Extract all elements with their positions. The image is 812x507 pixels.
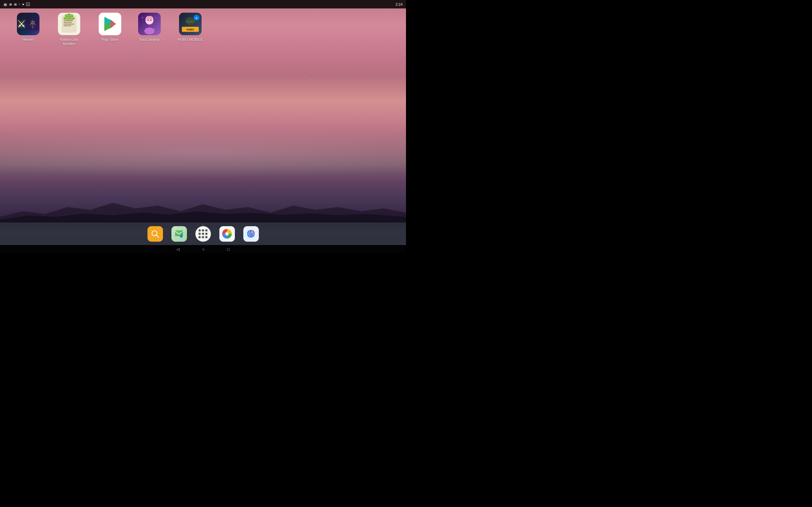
nav-home-button[interactable]: ○ — [202, 247, 204, 251]
svg-point-26 — [151, 19, 151, 20]
nav-back-button[interactable]: ◁ — [176, 247, 180, 251]
native-libs-icon-svg — [58, 13, 80, 35]
app-play-store-label: Play Store — [101, 38, 118, 42]
android-status-icon-2: 🤖 — [9, 3, 12, 6]
soul-destiny-icon-svg: ✦ ✦ ✦ — [138, 13, 161, 35]
status-bar-left: 🤖 🤖 🤖 ✓ ▶ A — [3, 3, 30, 6]
app-pubg-mobile-icon: PUBG M — [179, 13, 202, 35]
app-heroes-icon: STAR WARS EA — [17, 13, 40, 35]
svg-point-55 — [252, 231, 253, 233]
svg-rect-12 — [64, 22, 72, 23]
dock-chrome[interactable] — [219, 226, 235, 242]
app-play-store[interactable]: Play Store — [99, 13, 121, 46]
dot-9 — [205, 236, 207, 238]
app-play-store-icon — [99, 13, 121, 35]
dot-7 — [199, 236, 201, 238]
svg-rect-32 — [186, 20, 195, 23]
dot-4 — [199, 233, 201, 235]
android-status-icon-3: 🤖 — [14, 3, 17, 6]
dot-3 — [205, 229, 207, 231]
dot-2 — [202, 229, 204, 231]
svg-point-48 — [225, 232, 229, 235]
search-icon — [150, 229, 160, 238]
svg-point-42 — [181, 236, 182, 237]
svg-text:PUBG: PUBG — [187, 28, 194, 31]
dock-app-drawer[interactable] — [195, 226, 211, 242]
svg-point-25 — [148, 19, 149, 20]
svg-text:✦: ✦ — [155, 17, 156, 18]
svg-rect-43 — [175, 230, 181, 235]
app-soul-destiny-icon: ✦ ✦ ✦ — [138, 13, 161, 35]
nav-recents-button[interactable]: □ — [227, 247, 230, 251]
play-store-icon-svg — [99, 13, 121, 35]
dot-8 — [202, 236, 204, 238]
svg-text:M: M — [196, 17, 197, 19]
svg-point-22 — [144, 27, 154, 34]
maps-icon — [246, 229, 256, 239]
dock-maps[interactable] — [243, 226, 259, 242]
svg-rect-13 — [64, 24, 74, 24]
play-status-icon: ▶ — [22, 3, 24, 6]
nav-bar: ◁ ○ □ — [0, 245, 406, 253]
app-heroes-label: Heroes — [22, 38, 34, 42]
app-soul-destiny-label: Soul Destiny — [139, 38, 160, 42]
dock-facetime[interactable] — [171, 226, 187, 242]
dock-search[interactable] — [147, 226, 163, 242]
svg-text:✦: ✦ — [154, 28, 155, 30]
svg-rect-11 — [64, 20, 73, 21]
svg-line-38 — [156, 235, 159, 237]
svg-text:EA: EA — [32, 27, 34, 28]
dot-6 — [205, 233, 207, 235]
app-pubg-mobile-label: PUBG MOBILE — [177, 38, 203, 42]
svg-text:✦: ✦ — [142, 16, 144, 19]
facetime-icon — [174, 229, 184, 238]
app-soul-destiny[interactable]: ✦ ✦ ✦ Soul Destiny — [138, 13, 161, 46]
heroes-icon-svg: STAR WARS EA — [26, 13, 40, 35]
app-drawer-dots — [199, 229, 207, 238]
app-pubg-mobile[interactable]: PUBG M PUBG MOBILE — [177, 13, 203, 46]
app-native-libs-label: Native Libs Monitor — [56, 38, 82, 46]
app-native-libs-icon — [58, 13, 80, 35]
check-status-icon: ✓ — [18, 3, 21, 6]
app-heroes[interactable]: STAR WARS EA Heroes — [17, 13, 40, 46]
dot-5 — [202, 233, 204, 235]
dot-1 — [199, 229, 201, 231]
app-native-libs[interactable]: Native Libs Monitor — [56, 13, 82, 46]
pubg-icon-svg: PUBG M — [179, 13, 202, 35]
android-status-icon-1: 🤖 — [3, 3, 7, 6]
a-status-icon: A — [26, 3, 30, 6]
svg-rect-14 — [64, 25, 71, 26]
dock — [0, 223, 406, 245]
app-grid: STAR WARS EA Heroes — [17, 13, 203, 46]
chrome-icon — [221, 228, 232, 239]
status-bar: 🤖 🤖 🤖 ✓ ▶ A 2:24 — [0, 0, 406, 8]
status-time: 2:24 — [396, 2, 403, 6]
